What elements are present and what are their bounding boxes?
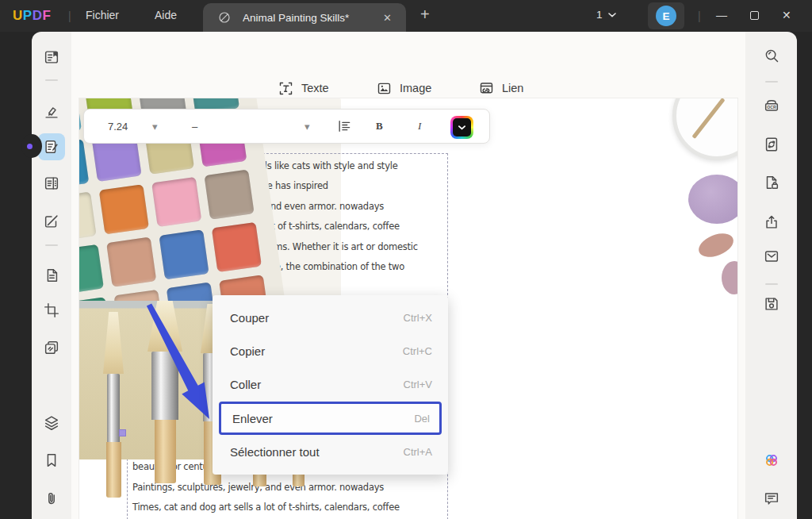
font-size-dropdown-icon[interactable]: ▾ [152,110,158,143]
bold-button[interactable]: B [376,110,383,143]
text-line: Times, cat and dog art sells a lot of t-… [132,498,448,517]
ocr-icon[interactable]: OCR [758,92,785,119]
new-tab-button[interactable]: + [420,6,430,24]
window-count-value: 1 [596,9,603,21]
pdf-page[interactable]: 7.24 ▾ – ▾ B I Egyptian art celebrates a… [79,98,737,519]
menu-item-shortcut: Ctrl+C [403,345,432,357]
paint-pan [79,98,82,136]
menu-item-copier[interactable]: Copier Ctrl+C [213,334,448,367]
updf-logo: UPDF [13,8,51,24]
menu-item-coller[interactable]: Coller Ctrl+V [213,368,448,402]
image-tool-label: Image [400,82,431,94]
edit-pdf-icon[interactable] [38,133,65,160]
add-link-button[interactable]: Lien [478,75,523,102]
italic-button[interactable]: I [418,110,421,143]
background-watermark-icon[interactable] [38,334,65,361]
right-sidebar: OCR [745,32,797,519]
bookmark-icon[interactable] [38,447,65,474]
add-image-button[interactable]: Image [376,75,431,102]
active-tool-indicator-dot [27,144,33,149]
font-name-value[interactable]: – [192,110,197,143]
minimize-button[interactable]: — [716,9,727,21]
text-format-toolbar: 7.24 ▾ – ▾ B I [83,109,490,144]
text-tool-icon [278,80,294,97]
menu-item-label: Copier [230,344,265,358]
updf-app-window: UPDF | Fichier Aide Animal Painting Skil… [0,0,812,519]
paint-pan [79,139,89,189]
font-name-dropdown-icon[interactable]: ▾ [304,110,310,143]
logo-letter: D [33,8,43,23]
titlebar-divider: | [698,10,701,22]
alignment-icon[interactable] [336,110,352,143]
menu-item-shortcut: Del [414,413,430,425]
fill-sign-icon[interactable] [38,208,65,235]
tab-document-icon [217,10,232,25]
avatar: E [656,6,676,26]
organize-pages-icon[interactable] [38,170,65,197]
sidebar-divider [765,283,778,285]
sidebar-divider [45,244,58,246]
menu-item-couper[interactable]: Couper Ctrl+X [213,301,448,334]
link-tool-icon [478,80,495,97]
chevron-down-icon [458,125,465,130]
paint-brush [103,312,124,459]
logo-letter: U [13,8,23,23]
ai-assistant-icon[interactable] [758,447,785,474]
paint-pan [159,229,209,279]
layers-icon[interactable] [38,409,65,436]
add-text-button[interactable]: Texte [278,75,329,102]
convert-icon[interactable] [758,131,785,158]
menu-fichier[interactable]: Fichier [86,9,119,21]
menu-item-label: Couper [230,311,269,325]
left-sidebar [32,32,71,519]
canvas-area: Texte Image Lien 7.24 ▾ – ▾ B I [71,32,745,519]
share-icon[interactable] [758,209,785,236]
menu-item-label: Enlever [232,412,273,425]
tab-title: Animal Painting Skills* [243,12,380,24]
ocr-label: OCR [767,105,776,110]
tab-close-icon[interactable]: ✕ [380,10,395,25]
maximize-button[interactable] [750,11,759,20]
pointer-arrow-annotation [143,298,222,425]
save-icon[interactable] [758,290,785,317]
paint-pan [212,222,262,272]
search-icon[interactable] [758,42,785,69]
font-size-value[interactable]: 7.24 [108,110,128,143]
page-tools-icon[interactable] [38,262,65,289]
image-tool-icon [376,80,393,97]
menu-item-shortcut: Ctrl+A [404,446,432,458]
attachment-icon[interactable] [38,485,65,512]
paint-pan [204,170,254,220]
sidebar-divider [45,79,58,81]
menu-aide[interactable]: Aide [155,9,177,21]
titlebar-divider: | [68,10,71,22]
text-tool-label: Texte [301,82,329,94]
menu-item-shortcut: Ctrl+V [404,379,432,390]
close-window-button[interactable]: ✕ [782,9,791,21]
frame-resize-handle[interactable] [119,429,126,436]
title-bar: UPDF | Fichier Aide Animal Painting Skil… [0,0,812,32]
document-tab[interactable]: Animal Painting Skills* ✕ [203,3,406,32]
menu-item-selectionner-tout[interactable]: Sélectionner tout Ctrl+A [213,435,448,468]
font-color-button[interactable] [450,116,473,139]
menu-item-shortcut: Ctrl+X [404,312,432,324]
crop-icon[interactable] [38,297,65,324]
feedback-chat-icon[interactable] [758,485,785,512]
account-button[interactable]: E [648,2,684,29]
paint-pan [106,237,156,287]
menu-item-enlever[interactable]: Enlever Del [219,402,442,435]
comment-highlighter-icon[interactable] [38,98,65,125]
mail-icon[interactable] [758,243,785,270]
protect-document-icon[interactable] [758,169,785,196]
menu-item-label: Sélectionner tout [230,445,320,459]
paint-pan [151,177,201,227]
paint-pan [79,244,104,294]
logo-letter: F [42,8,51,23]
context-menu: Couper Ctrl+X Copier Ctrl+C Coller Ctrl+… [213,295,448,475]
link-tool-label: Lien [502,82,523,94]
sidebar-divider [765,81,778,83]
paint-pan [79,191,97,241]
chevron-down-icon [608,13,616,17]
reader-mode-icon[interactable] [38,44,65,71]
window-count-dropdown[interactable]: 1 [596,9,616,21]
